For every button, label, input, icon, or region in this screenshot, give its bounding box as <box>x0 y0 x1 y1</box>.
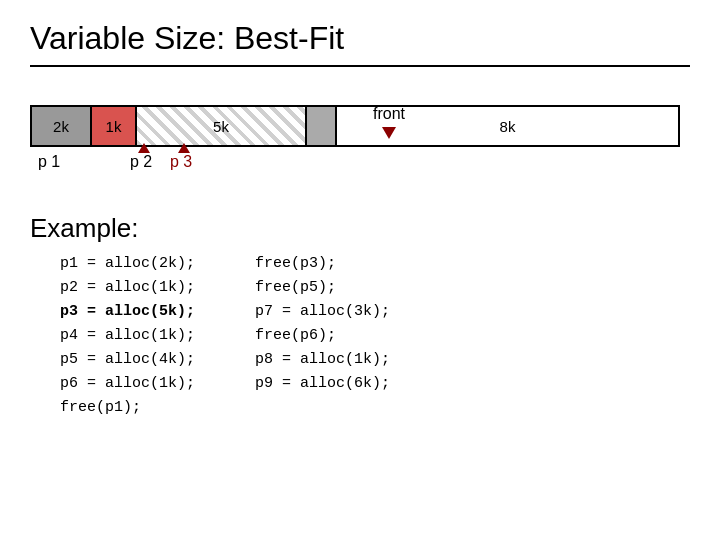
p2-arrow-icon <box>138 143 150 153</box>
front-arrow-icon <box>382 127 396 139</box>
code-line: p7 = alloc(3k); <box>255 300 390 324</box>
example-section: Example: p1 = alloc(2k); p2 = alloc(1k);… <box>30 213 690 420</box>
code-line: free(p6); <box>255 324 390 348</box>
code-left: p1 = alloc(2k); p2 = alloc(1k); p3 = all… <box>60 252 195 420</box>
code-line: p8 = alloc(1k); <box>255 348 390 372</box>
code-right: free(p3); free(p5); p7 = alloc(3k); free… <box>255 252 390 420</box>
code-line: free(p5); <box>255 276 390 300</box>
code-line: p6 = alloc(1k); <box>60 372 195 396</box>
code-line: p4 = alloc(1k); <box>60 324 195 348</box>
page-title: Variable Size: Best-Fit <box>30 20 690 57</box>
pointer-labels: p 1 p 2 p 3 <box>30 153 680 183</box>
memory-section: front 2k 1k 5k 8k p 1 p 2 p 3 <box>30 105 690 183</box>
mem-block-1k: 1k <box>92 107 137 145</box>
code-line-bold: p3 = alloc(5k); <box>60 300 195 324</box>
code-line: p2 = alloc(1k); <box>60 276 195 300</box>
code-area: p1 = alloc(2k); p2 = alloc(1k); p3 = all… <box>60 252 690 420</box>
code-line: p1 = alloc(2k); <box>60 252 195 276</box>
mem-block-5k: 5k <box>137 107 307 145</box>
front-label: front <box>373 105 405 123</box>
pointer-p1: p 1 <box>38 153 60 171</box>
code-line: free(p1); <box>60 396 195 420</box>
code-line: p5 = alloc(4k); <box>60 348 195 372</box>
mem-block-small <box>307 107 337 145</box>
divider <box>30 65 690 67</box>
code-line: free(p3); <box>255 252 390 276</box>
pointer-p2: p 2 <box>130 153 152 171</box>
mem-block-2k: 2k <box>32 107 92 145</box>
memory-bar: 2k 1k 5k 8k <box>30 105 680 147</box>
p3-arrow-icon <box>178 143 190 153</box>
pointer-p3: p 3 <box>170 153 192 171</box>
code-line: p9 = alloc(6k); <box>255 372 390 396</box>
example-label: Example: <box>30 213 690 244</box>
